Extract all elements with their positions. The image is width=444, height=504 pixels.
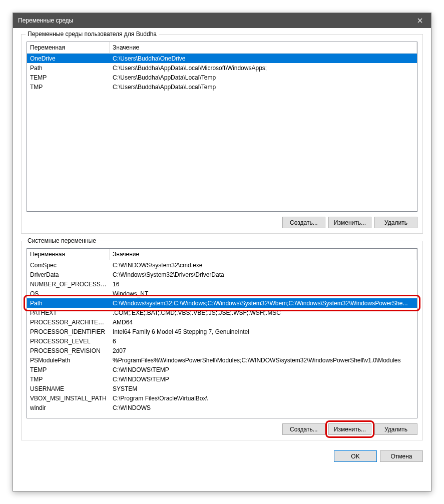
table-row[interactable]: TMPC:\WINDOWS\TEMP [27, 374, 417, 384]
cell-value: %ProgramFiles%\WindowsPowerShell\Modules… [110, 356, 417, 365]
ok-button[interactable]: OK [334, 450, 377, 462]
cell-value: 6 [110, 337, 417, 346]
cell-value: Windows_NT [110, 289, 417, 298]
table-row[interactable]: TEMPC:\WINDOWS\TEMP [27, 365, 417, 374]
cell-variable: TMP [27, 375, 110, 384]
cell-value: C:\Users\Buddha\OneDrive [110, 54, 417, 63]
cell-value: C:\WINDOWS\TEMP [110, 375, 417, 384]
cell-value: C:\Users\Buddha\AppData\Local\Microsoft\… [110, 64, 417, 73]
cell-variable: TEMP [27, 73, 110, 82]
user-vars-group: Переменные среды пользователя для Buddha… [21, 34, 423, 234]
close-button[interactable] [408, 13, 431, 28]
close-icon [417, 18, 422, 23]
col-value[interactable]: Значение [110, 249, 417, 260]
sys-vars-listbox[interactable]: Переменная Значение ComSpecC:\WINDOWS\sy… [27, 248, 417, 418]
cell-value: C:\Windows\system32;C:\Windows;C:\Window… [110, 299, 417, 308]
cell-variable: OneDrive [27, 54, 110, 63]
cell-variable: PROCESSOR_LEVEL [27, 337, 110, 346]
table-row[interactable]: PROCESSOR_IDENTIFIERIntel64 Family 6 Mod… [27, 327, 417, 336]
table-row[interactable]: TEMPC:\Users\Buddha\AppData\Local\Temp [27, 73, 417, 82]
cell-value: 2d07 [110, 346, 417, 355]
cell-value: C:\Program Files\Oracle\VirtualBox\ [110, 394, 417, 403]
user-vars-group-title: Переменные среды пользователя для Buddha [26, 31, 159, 38]
cell-variable: VBOX_MSI_INSTALL_PATH [27, 394, 110, 403]
col-variable[interactable]: Переменная [27, 249, 110, 260]
cell-variable: PATHEXT [27, 308, 110, 317]
col-value[interactable]: Значение [110, 42, 417, 53]
table-row[interactable]: NUMBER_OF_PROCESSORS16 [27, 279, 417, 289]
cell-value: C:\WINDOWS\system32\cmd.exe [110, 261, 417, 270]
user-edit-button[interactable]: Изменить... [328, 217, 371, 228]
table-row[interactable]: TMPC:\Users\Buddha\AppData\Local\Temp [27, 82, 417, 92]
cell-value: C:\WINDOWS [110, 403, 417, 412]
cell-value: AMD64 [110, 318, 417, 327]
cell-variable: NUMBER_OF_PROCESSORS [27, 280, 110, 289]
table-row[interactable]: windirC:\WINDOWS [27, 403, 417, 412]
cell-value: C:\Users\Buddha\AppData\Local\Temp [110, 83, 417, 92]
table-row[interactable]: PATHEXT.COM;.EXE;.BAT;.CMD;.VBS;.VBE;.JS… [27, 308, 417, 317]
sys-create-button[interactable]: Создать... [282, 423, 325, 435]
cell-variable: PSModulePath [27, 356, 110, 365]
sys-delete-button[interactable]: Удалить [374, 423, 417, 435]
cell-variable: Path [27, 299, 110, 308]
sys-edit-button[interactable]: Изменить... [328, 423, 371, 435]
titlebar: Переменные среды [13, 13, 431, 28]
cell-variable: PROCESSOR_IDENTIFIER [27, 327, 110, 336]
table-row[interactable]: PathC:\Windows\system32;C:\Windows;C:\Wi… [27, 298, 417, 308]
cell-value: .COM;.EXE;.BAT;.CMD;.VBS;.VBE;.JS;.JSE;.… [110, 308, 417, 317]
cell-value: C:\Windows\System32\Drivers\DriverData [110, 270, 417, 279]
user-vars-header: Переменная Значение [27, 42, 417, 54]
cell-value: SYSTEM [110, 384, 417, 393]
dialog-footer: OK Отмена [21, 447, 423, 462]
table-row[interactable]: PSModulePath%ProgramFiles%\WindowsPowerS… [27, 355, 417, 365]
col-variable[interactable]: Переменная [27, 42, 110, 53]
user-vars-listbox[interactable]: Переменная Значение OneDriveC:\Users\Bud… [27, 42, 417, 212]
cell-variable: TEMP [27, 365, 110, 374]
cell-value: C:\WINDOWS\TEMP [110, 365, 417, 374]
table-row[interactable]: USERNAMESYSTEM [27, 384, 417, 393]
cell-variable: TMP [27, 83, 110, 92]
user-delete-button[interactable]: Удалить [374, 217, 417, 228]
table-row[interactable]: PROCESSOR_REVISION2d07 [27, 346, 417, 355]
cell-variable: Path [27, 64, 110, 73]
cell-variable: windir [27, 403, 110, 412]
table-row[interactable]: OneDriveC:\Users\Buddha\OneDrive [27, 54, 417, 63]
cell-variable: OS [27, 289, 110, 298]
cell-variable: DriverData [27, 270, 110, 279]
cell-variable: USERNAME [27, 384, 110, 393]
env-vars-dialog: Переменные среды Переменные среды пользо… [13, 13, 431, 491]
cell-value: Intel64 Family 6 Model 45 Stepping 7, Ge… [110, 327, 417, 336]
cell-variable: PROCESSOR_ARCHITECTURE [27, 318, 110, 327]
table-row[interactable]: PROCESSOR_ARCHITECTUREAMD64 [27, 317, 417, 327]
table-row[interactable]: OSWindows_NT [27, 289, 417, 298]
cell-variable: ComSpec [27, 261, 110, 270]
cell-value: C:\Users\Buddha\AppData\Local\Temp [110, 73, 417, 82]
table-row[interactable]: VBOX_MSI_INSTALL_PATHC:\Program Files\Or… [27, 393, 417, 403]
cell-variable: PROCESSOR_REVISION [27, 346, 110, 355]
table-row[interactable]: PathC:\Users\Buddha\AppData\Local\Micros… [27, 63, 417, 73]
cell-value: 16 [110, 280, 417, 289]
table-row[interactable]: DriverDataC:\Windows\System32\Drivers\Dr… [27, 270, 417, 279]
sys-vars-header: Переменная Значение [27, 249, 417, 260]
table-row[interactable]: PROCESSOR_LEVEL6 [27, 336, 417, 346]
sys-vars-group-title: Системные переменные [26, 237, 98, 244]
window-title: Переменные среды [18, 17, 73, 24]
user-create-button[interactable]: Создать... [282, 217, 325, 228]
table-row[interactable]: ComSpecC:\WINDOWS\system32\cmd.exe [27, 260, 417, 270]
sys-vars-group: Системные переменные Переменная Значение… [21, 241, 423, 440]
cancel-button[interactable]: Отмена [380, 450, 423, 462]
